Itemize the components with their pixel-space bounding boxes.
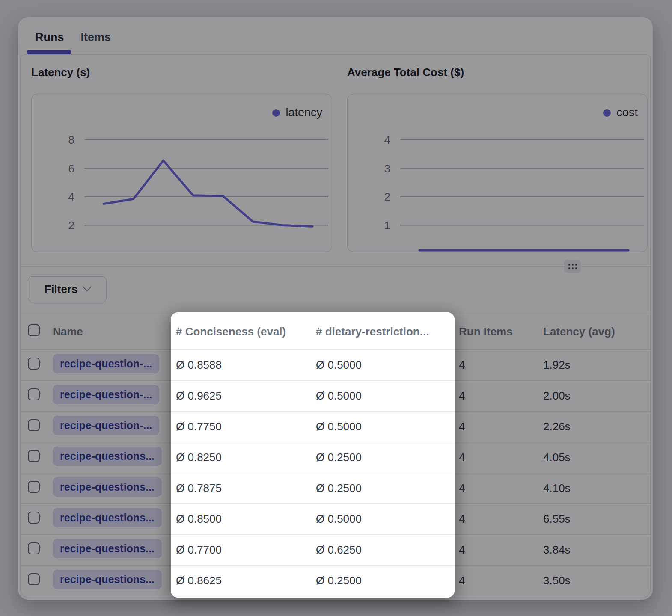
dietary-restriction-score-cell: Ø 0.5000 xyxy=(311,420,455,433)
tabbar: Runs Items xyxy=(34,31,112,44)
select-all-checkbox[interactable] xyxy=(28,324,40,336)
run-name-badge[interactable]: recipe-question-... xyxy=(53,354,159,373)
latency-avg-cell: 4.10s xyxy=(539,482,650,495)
tab-content-panel: Latency (s) Average Total Cost ($) 8642 … xyxy=(20,54,651,598)
row-checkbox-cell xyxy=(28,450,53,465)
conciseness-score-cell: Ø 0.7750 xyxy=(171,420,311,433)
cost-chart-svg: 4321 xyxy=(348,94,646,252)
tab-runs[interactable]: Runs xyxy=(34,31,65,44)
latency-avg-cell: 4.05s xyxy=(539,451,650,464)
run-name-badge[interactable]: recipe-question-... xyxy=(53,385,159,404)
svg-text:1: 1 xyxy=(384,219,390,232)
run-name-cell: recipe-question-... xyxy=(53,385,171,407)
resize-grip-handle[interactable] xyxy=(564,260,581,273)
conciseness-score-cell: Ø 0.8500 xyxy=(171,512,311,526)
header-name[interactable]: Name xyxy=(53,325,171,338)
row-checkbox[interactable] xyxy=(28,450,40,462)
run-name-badge[interactable]: recipe-question-... xyxy=(53,416,159,435)
row-checkbox[interactable] xyxy=(28,542,40,554)
grip-dots-icon xyxy=(568,264,577,269)
run-name-cell: recipe-questions... xyxy=(53,539,171,561)
latency-avg-cell: 2.26s xyxy=(539,420,650,433)
row-checkbox-cell xyxy=(28,573,53,588)
latency-legend-dot xyxy=(272,109,280,117)
table-row[interactable]: recipe-question-...Ø 0.9625Ø 0.500042.00… xyxy=(21,381,650,412)
table-row[interactable]: recipe-question-...Ø 0.8588Ø 0.500041.92… xyxy=(21,350,650,381)
conciseness-score-cell: Ø 0.8588 xyxy=(171,358,311,372)
run-name-badge[interactable]: recipe-questions... xyxy=(53,508,162,527)
header-run-items[interactable]: Run Items xyxy=(455,325,539,338)
header-dietary-restriction[interactable]: # dietary-restriction... xyxy=(311,325,455,338)
page: Runs Items Latency (s) Average Total Cos… xyxy=(0,0,672,616)
row-checkbox-cell xyxy=(28,481,53,496)
row-checkbox[interactable] xyxy=(28,573,40,585)
row-checkbox-cell xyxy=(28,358,53,373)
svg-text:8: 8 xyxy=(68,133,74,146)
conciseness-score-cell: Ø 0.8625 xyxy=(171,574,311,587)
dietary-restriction-score-cell: Ø 0.2500 xyxy=(311,574,455,587)
run-name-cell: recipe-questions... xyxy=(53,477,171,500)
latency-chart-title: Latency (s) xyxy=(31,66,90,79)
svg-text:4: 4 xyxy=(384,133,390,146)
run-items-cell: 4 xyxy=(455,451,539,464)
table-row[interactable]: recipe-questions...Ø 0.8250Ø 0.250044.05… xyxy=(21,442,650,473)
run-name-badge[interactable]: recipe-questions... xyxy=(53,447,162,466)
header-conciseness[interactable]: # Conciseness (eval) xyxy=(171,325,311,338)
dietary-restriction-score-cell: Ø 0.2500 xyxy=(311,482,455,495)
header-latency-avg[interactable]: Latency (avg) xyxy=(539,325,650,338)
latency-legend-label: latency xyxy=(285,106,322,119)
filters-button[interactable]: Filters xyxy=(28,276,107,302)
cost-legend: cost xyxy=(603,106,638,119)
row-checkbox[interactable] xyxy=(28,419,40,431)
table-row[interactable]: recipe-questions...Ø 0.7875Ø 0.250044.10… xyxy=(21,473,650,504)
svg-text:6: 6 xyxy=(68,162,74,175)
latency-avg-cell: 1.92s xyxy=(539,358,650,372)
table-header-row: Name # Conciseness (eval) # dietary-rest… xyxy=(21,314,650,350)
run-name-badge[interactable]: recipe-questions... xyxy=(53,477,162,497)
run-name-cell: recipe-questions... xyxy=(53,447,171,469)
latency-avg-cell: 6.55s xyxy=(539,512,650,526)
latency-avg-cell: 3.50s xyxy=(539,574,650,587)
header-select-all-cell xyxy=(28,324,53,339)
cost-chart: 4321 cost xyxy=(347,94,648,252)
run-items-cell: 4 xyxy=(455,358,539,372)
run-items-cell: 4 xyxy=(455,482,539,495)
run-name-badge[interactable]: recipe-questions... xyxy=(53,539,162,558)
table-row[interactable]: recipe-questions...Ø 0.8500Ø 0.500046.55… xyxy=(21,504,650,535)
row-checkbox[interactable] xyxy=(28,481,40,493)
run-name-cell: recipe-questions... xyxy=(53,508,171,530)
row-checkbox[interactable] xyxy=(28,358,40,370)
svg-text:2: 2 xyxy=(384,190,390,203)
cost-legend-dot xyxy=(603,109,611,117)
chevron-down-icon xyxy=(82,282,91,291)
conciseness-score-cell: Ø 0.7700 xyxy=(171,543,311,557)
latency-legend: latency xyxy=(272,106,322,119)
run-items-cell: 4 xyxy=(455,543,539,557)
active-tab-indicator xyxy=(27,50,71,54)
conciseness-score-cell: Ø 0.8250 xyxy=(171,451,311,464)
run-items-cell: 4 xyxy=(455,512,539,526)
latency-avg-cell: 3.84s xyxy=(539,543,650,557)
row-checkbox-cell xyxy=(28,419,53,434)
row-checkbox[interactable] xyxy=(28,512,40,524)
runs-card: Runs Items Latency (s) Average Total Cos… xyxy=(18,17,653,600)
run-name-badge[interactable]: recipe-questions... xyxy=(53,570,162,589)
table-row[interactable]: recipe-questions...Ø 0.8625Ø 0.250043.50… xyxy=(21,566,650,596)
dietary-restriction-score-cell: Ø 0.5000 xyxy=(311,358,455,372)
svg-text:2: 2 xyxy=(68,219,74,232)
svg-text:4: 4 xyxy=(68,190,74,203)
tab-items[interactable]: Items xyxy=(80,31,112,44)
row-checkbox-cell xyxy=(28,512,53,527)
cost-chart-title: Average Total Cost ($) xyxy=(347,66,464,79)
run-items-cell: 4 xyxy=(455,389,539,403)
conciseness-score-cell: Ø 0.9625 xyxy=(171,389,311,403)
table-row[interactable]: recipe-question-...Ø 0.7750Ø 0.500042.26… xyxy=(21,412,650,442)
latency-avg-cell: 2.00s xyxy=(539,389,650,403)
conciseness-score-cell: Ø 0.7875 xyxy=(171,482,311,495)
latency-chart: 8642 latency xyxy=(31,94,332,252)
dietary-restriction-score-cell: Ø 0.5000 xyxy=(311,512,455,526)
run-name-cell: recipe-question-... xyxy=(53,354,171,376)
row-checkbox[interactable] xyxy=(28,388,40,400)
table-row[interactable]: recipe-questions...Ø 0.7700Ø 0.625043.84… xyxy=(21,535,650,566)
run-name-cell: recipe-question-... xyxy=(53,416,171,438)
